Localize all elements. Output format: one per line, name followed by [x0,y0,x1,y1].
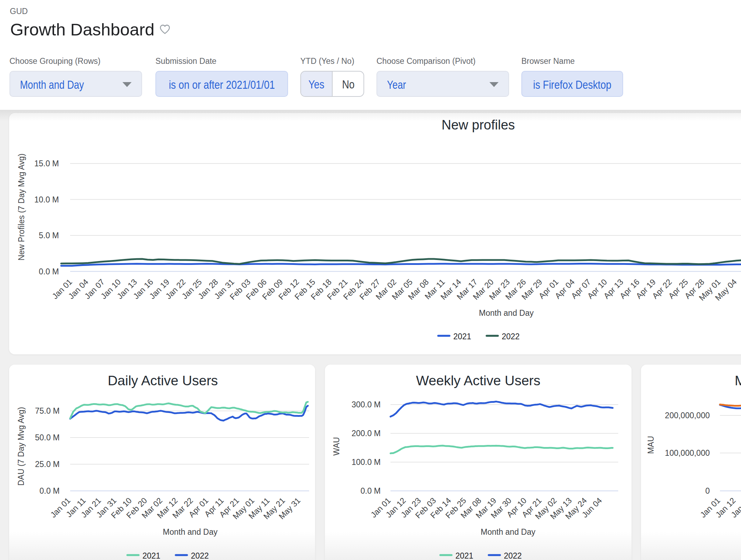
svg-text:MAU: MAU [646,436,655,454]
svg-text:2021: 2021 [453,332,471,341]
svg-text:10.0 M: 10.0 M [34,195,59,204]
svg-text:100.0 M: 100.0 M [352,458,381,467]
svg-text:2022: 2022 [191,551,209,560]
svg-text:2021: 2021 [455,551,473,560]
svg-text:WAU: WAU [332,437,341,456]
svg-text:0.0 M: 0.0 M [360,486,381,495]
svg-text:Daily Active Users: Daily Active Users [108,373,218,388]
svg-text:75.0 M: 75.0 M [35,406,60,415]
svg-text:0: 0 [705,486,710,495]
svg-text:Monthly Active Users: Monthly Active Users [735,373,741,388]
svg-text:0.0 M: 0.0 M [39,267,59,276]
svg-text:Month and Day: Month and Day [163,527,218,536]
svg-text:2022: 2022 [502,332,520,341]
svg-text:DAU (7 Day Mvg Avg): DAU (7 Day Mvg Avg) [16,407,26,486]
svg-text:15.0 M: 15.0 M [34,159,59,168]
svg-text:New profiles: New profiles [441,118,515,132]
svg-text:Month and Day: Month and Day [481,527,535,536]
svg-text:200,000,000: 200,000,000 [665,411,710,420]
svg-text:5.0 M: 5.0 M [39,231,59,240]
svg-text:Month and Day: Month and Day [479,308,534,318]
svg-text:New Profiles (7 Day Mvg Avg): New Profiles (7 Day Mvg Avg) [17,153,26,260]
svg-text:2021: 2021 [142,551,160,560]
svg-text:50.0 M: 50.0 M [35,433,60,442]
svg-text:300.0 M: 300.0 M [352,400,381,409]
svg-text:200.0 M: 200.0 M [352,429,381,438]
svg-text:Weekly Active Users: Weekly Active Users [416,373,541,388]
svg-text:25.0 M: 25.0 M [35,460,60,469]
svg-text:100,000,000: 100,000,000 [665,448,710,458]
svg-text:2022: 2022 [504,551,522,560]
svg-text:0.0 M: 0.0 M [39,486,60,495]
